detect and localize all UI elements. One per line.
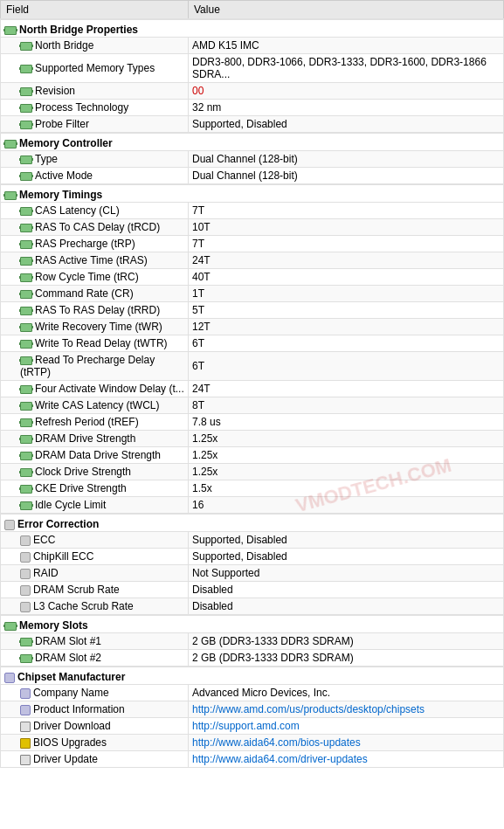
text-value: 7.8 us	[192, 416, 221, 428]
value-cell[interactable]: http://www.aida64.com/bios-updates	[189, 735, 504, 751]
value-cell[interactable]: http://www.aida64.com/driver-updates	[189, 751, 504, 768]
field-label: Command Rate (CR)	[35, 287, 134, 300]
text-value: Advanced Micro Devices, Inc.	[192, 687, 330, 699]
section-label-chipset-manufacturer: Chipset Manufacturer	[1, 667, 504, 685]
text-value: 6T	[192, 360, 204, 372]
value-cell: 6T	[189, 335, 504, 352]
table-row: DRAM Slot #22 GB (DDR3-1333 DDR3 SDRAM)	[1, 650, 504, 667]
field-label: Type	[35, 153, 58, 165]
table-row: Command Rate (CR)1T	[1, 286, 504, 302]
chip-icon	[20, 638, 32, 646]
manuf-icon	[4, 673, 15, 683]
field-label: RAS To CAS Delay (tRCD)	[35, 221, 160, 233]
field-cell: Driver Download	[1, 718, 189, 735]
text-value: Disabled	[192, 584, 233, 596]
value-cell: 7T	[189, 203, 504, 219]
chip-icon	[20, 307, 32, 315]
value-cell: 32 nm	[189, 100, 504, 116]
text-value: 24T	[192, 254, 211, 266]
field-label: Driver Update	[33, 753, 98, 765]
text-value: Dual Channel (128-bit)	[192, 153, 298, 165]
value-cell: 5T	[189, 302, 504, 319]
table-row: ECCSupported, Disabled	[1, 532, 504, 549]
field-cell: Idle Cycle Limit	[1, 497, 189, 515]
section-title: Memory Slots	[19, 619, 88, 632]
field-label: Idle Cycle Limit	[35, 499, 106, 511]
text-value: 6T	[192, 337, 204, 349]
text-value: 16	[192, 499, 204, 511]
field-label: RAS To RAS Delay (tRRD)	[35, 304, 160, 316]
field-cell: RAS To RAS Delay (tRRD)	[1, 302, 189, 319]
chip-icon	[20, 402, 32, 411]
field-cell: Revision	[1, 83, 189, 100]
section-row-memory-slots: Memory Slots	[1, 615, 504, 633]
manuf-icon	[20, 705, 31, 715]
chip-icon	[20, 290, 32, 299]
field-cell: North Bridge	[1, 38, 189, 54]
field-header: Field	[1, 1, 189, 20]
field-label: Active Mode	[35, 169, 93, 182]
table-row: Driver Updatehttp://www.aida64.com/drive…	[1, 751, 504, 768]
field-label: RAS Precharge (tRP)	[35, 238, 135, 250]
value-cell: 2 GB (DDR3-1333 DDR3 SDRAM)	[189, 650, 504, 667]
value-cell: 1.25x	[189, 431, 504, 447]
field-label: DRAM Data Drive Strength	[35, 449, 161, 461]
chip-icon	[20, 340, 32, 349]
field-cell: ECC	[1, 532, 189, 549]
chip-icon	[4, 26, 17, 35]
field-cell: DRAM Slot #2	[1, 650, 189, 667]
ecc-icon	[4, 520, 15, 530]
field-label: L3 Cache Scrub Rate	[33, 600, 134, 612]
field-cell: Write Recovery Time (tWR)	[1, 319, 189, 335]
table-row: Company NameAdvanced Micro Devices, Inc.	[1, 685, 504, 701]
chip-icon	[20, 385, 32, 394]
table-row: DRAM Data Drive Strength1.25x	[1, 447, 504, 464]
field-cell: DRAM Data Drive Strength	[1, 447, 189, 464]
field-label: Driver Download	[33, 720, 111, 732]
table-row: Process Technology32 nm	[1, 100, 504, 116]
value-cell: 12T	[189, 319, 504, 335]
text-value: 1.25x	[192, 466, 217, 478]
chip-icon	[20, 452, 32, 460]
chip-icon	[20, 224, 32, 232]
field-cell: DRAM Scrub Rate	[1, 582, 189, 598]
table-row: ChipKill ECCSupported, Disabled	[1, 549, 504, 565]
chip-icon	[20, 273, 32, 282]
ecc-icon	[20, 585, 31, 596]
value-cell: 10T	[189, 219, 504, 236]
field-cell: Probe Filter	[1, 116, 189, 134]
value-cell: 1.25x	[189, 447, 504, 464]
section-label-north-bridge-properties: North Bridge Properties	[1, 19, 504, 38]
chip-icon	[20, 435, 32, 444]
value-cell[interactable]: http://www.amd.com/us/products/desktop/c…	[189, 701, 504, 718]
chip-icon	[20, 87, 32, 96]
table-row: Read To Precharge Delay (tRTP)6T	[1, 352, 504, 381]
value-cell: Disabled	[189, 598, 504, 616]
text-value: Supported, Disabled	[192, 550, 287, 563]
field-cell: Row Cycle Time (tRC)	[1, 269, 189, 286]
field-cell: Supported Memory Types	[1, 54, 189, 83]
table-row: RAS Active Time (tRAS)24T	[1, 252, 504, 269]
table-row: RAS Precharge (tRP)7T	[1, 236, 504, 252]
table-row: Product Informationhttp://www.amd.com/us…	[1, 701, 504, 718]
chip-icon	[20, 323, 32, 332]
field-label: Revision	[35, 85, 75, 97]
value-cell[interactable]: http://support.amd.com	[189, 718, 504, 735]
value-cell: Not Supported	[189, 565, 504, 582]
field-label: RAID	[33, 567, 59, 579]
text-value: 1.25x	[192, 449, 217, 461]
link-value[interactable]: http://www.aida64.com/driver-updates	[192, 753, 368, 765]
field-label: Process Technology	[35, 101, 128, 114]
field-label: Clock Drive Strength	[35, 466, 131, 478]
link-value[interactable]: http://support.amd.com	[192, 720, 300, 732]
link-value[interactable]: http://www.aida64.com/bios-updates	[192, 736, 361, 749]
value-cell: AMD K15 IMC	[189, 38, 504, 54]
field-cell: Four Activate Window Delay (t...	[1, 381, 189, 397]
field-label: CAS Latency (CL)	[35, 204, 120, 217]
text-value: 2 GB (DDR3-1333 DDR3 SDRAM)	[192, 652, 354, 664]
table-row: Row Cycle Time (tRC)40T	[1, 269, 504, 286]
link-value[interactable]: http://www.amd.com/us/products/desktop/c…	[192, 703, 425, 715]
value-cell: 8T	[189, 397, 504, 414]
table-row: Revision00	[1, 83, 504, 100]
field-label: Write Recovery Time (tWR)	[35, 321, 162, 333]
